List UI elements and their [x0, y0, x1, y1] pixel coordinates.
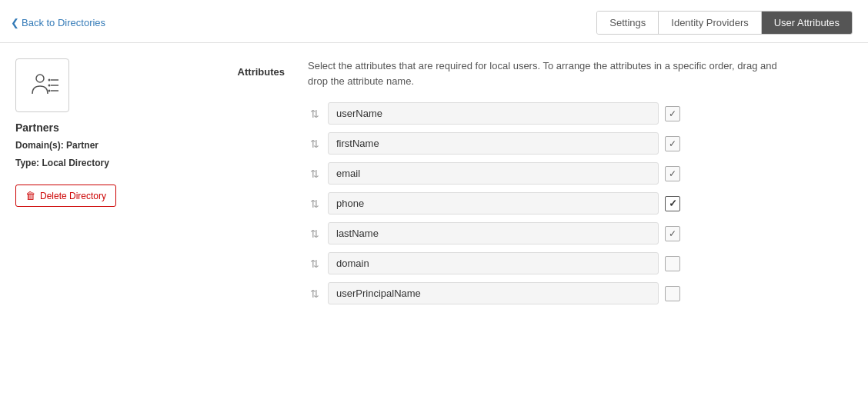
checkmark-icon: ✓	[669, 168, 676, 179]
attribute-checkbox-firstname[interactable]: ✓	[665, 136, 680, 151]
domain-label: Domain(s):	[15, 140, 64, 151]
chevron-left-icon: ❮	[11, 17, 19, 28]
drag-handle-icon[interactable]: ⇅	[308, 228, 322, 240]
main-content: Partners Domain(s): Partner Type: Local …	[0, 43, 868, 312]
attribute-field-username: userName	[328, 102, 659, 125]
drag-handle-icon[interactable]: ⇅	[308, 108, 322, 120]
attribute-row-lastname: ⇅ lastName ✓	[308, 222, 837, 244]
header: ❮ Back to Directories Settings Identity …	[0, 0, 868, 43]
checkmark-solid-icon: ✓	[669, 198, 677, 209]
attribute-checkbox-phone[interactable]: ✓	[665, 196, 680, 211]
attribute-field-phone: phone	[328, 192, 659, 214]
delete-directory-button[interactable]: 🗑 Delete Directory	[15, 185, 116, 207]
tab-settings[interactable]: Settings	[597, 12, 659, 34]
attribute-field-firstname: firstName	[328, 132, 659, 155]
content-column: Select the attributes that are required …	[308, 58, 868, 312]
domain-meta: Domain(s): Partner	[15, 138, 139, 153]
attribute-checkbox-lastname[interactable]: ✓	[665, 226, 680, 241]
drag-handle-icon[interactable]: ⇅	[308, 198, 322, 210]
attribute-checkbox-username[interactable]: ✓	[665, 106, 680, 121]
svg-point-5	[48, 85, 51, 87]
attribute-row-firstname: ⇅ firstName ✓	[308, 132, 837, 155]
domain-value: Partner	[66, 140, 98, 151]
trash-icon: 🗑	[25, 190, 35, 201]
tab-identity-providers[interactable]: Identity Providers	[659, 12, 761, 34]
attributes-description: Select the attributes that are required …	[308, 58, 785, 88]
attribute-row-username: ⇅ userName ✓	[308, 102, 837, 125]
attribute-row-userprincipalname: ⇅ userPrincipalName	[308, 282, 837, 304]
drag-handle-icon[interactable]: ⇅	[308, 168, 322, 180]
attribute-row-domain: ⇅ domain	[308, 252, 837, 274]
type-label: Type:	[15, 158, 39, 168]
directory-icon	[15, 58, 69, 112]
type-meta: Type: Local Directory	[15, 156, 139, 171]
label-column: Attributes	[154, 58, 308, 312]
type-value: Local Directory	[42, 158, 108, 168]
drag-handle-icon[interactable]: ⇅	[308, 288, 322, 300]
attribute-field-lastname: lastName	[328, 222, 659, 244]
svg-point-0	[36, 75, 44, 82]
checkmark-icon: ✓	[669, 228, 676, 239]
checkmark-icon: ✓	[669, 108, 676, 119]
attribute-row-email: ⇅ email ✓	[308, 162, 837, 185]
delete-directory-label: Delete Directory	[40, 191, 106, 201]
attributes-label: Attributes	[238, 65, 285, 312]
attribute-checkbox-email[interactable]: ✓	[665, 166, 680, 181]
drag-handle-icon[interactable]: ⇅	[308, 138, 322, 150]
attribute-checkbox-userprincipalname[interactable]	[665, 286, 680, 301]
attribute-checkbox-domain[interactable]	[665, 256, 680, 271]
tab-user-attributes[interactable]: User Attributes	[762, 12, 852, 34]
attribute-field-userprincipalname: userPrincipalName	[328, 282, 659, 304]
svg-point-6	[48, 90, 51, 92]
attribute-field-domain: domain	[328, 252, 659, 274]
tab-group: Settings Identity Providers User Attribu…	[596, 11, 853, 35]
directory-name: Partners	[15, 121, 139, 134]
attribute-row-phone: ⇅ phone ✓	[308, 192, 837, 214]
attribute-field-email: email	[328, 162, 659, 185]
back-to-directories-link[interactable]: ❮ Back to Directories	[11, 17, 105, 28]
back-link-label: Back to Directories	[22, 17, 105, 28]
drag-handle-icon[interactable]: ⇅	[308, 258, 322, 270]
sidebar: Partners Domain(s): Partner Type: Local …	[0, 58, 154, 312]
svg-point-4	[48, 79, 51, 81]
checkmark-icon: ✓	[669, 138, 676, 149]
